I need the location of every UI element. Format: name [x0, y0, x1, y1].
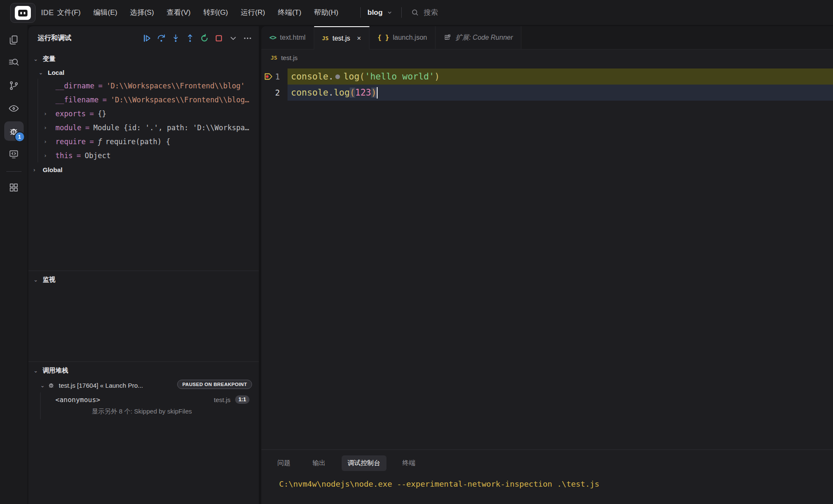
debug-step-out-button[interactable] — [185, 33, 195, 44]
debug-console-command: C:\nvm4w\nodejs\node.exe --experimental-… — [279, 479, 599, 488]
activity-preview-button[interactable] — [4, 99, 24, 118]
code-token: ( — [350, 88, 355, 98]
variable-row[interactable]: __dirname='D:\\Workspaces\\Frontend\\blo… — [28, 79, 259, 93]
variable-row[interactable]: ›module=Module {id: '.', path: 'D:\\Work… — [28, 121, 259, 134]
menu-item-5[interactable]: 运行(R) — [234, 8, 271, 17]
explorer-icon — [8, 34, 19, 46]
breadcrumb-file: test.js — [281, 54, 298, 61]
menu-item-7[interactable]: 帮助(H) — [308, 8, 345, 17]
code-token: ( — [359, 71, 365, 82]
editor-group: <>text.htmlJStest.js×{ }launch.json扩展: C… — [261, 26, 833, 504]
function-symbol: ƒ — [98, 137, 102, 146]
editor-tab-test.js[interactable]: JStest.js× — [314, 26, 370, 49]
equals-sign: = — [90, 137, 94, 146]
panel-tab-问题[interactable]: 问题 — [271, 455, 296, 471]
panel-tab-调试控制台[interactable]: 调试控制台 — [342, 455, 386, 471]
chevron-right-icon[interactable]: › — [44, 138, 46, 145]
menu-item-3[interactable]: 查看(V) — [160, 8, 197, 17]
titlebar-divider — [360, 7, 361, 18]
editor-tab-text.html[interactable]: <>text.html — [261, 26, 314, 49]
debug-more-button[interactable] — [242, 33, 253, 44]
menu-item-0[interactable]: 文件(F) — [51, 8, 87, 17]
code-token: 'hello world' — [365, 71, 434, 82]
variable-row[interactable]: ›require=ƒrequire(path) { — [28, 134, 259, 148]
variables-section-header[interactable]: ⌄ 变量 — [28, 52, 259, 65]
section-divider — [28, 271, 259, 271]
js-file-icon: JS — [322, 35, 329, 41]
line-number[interactable]: 1 — [261, 72, 280, 81]
preview-icon — [8, 103, 19, 114]
watch-section-header[interactable]: ⌄ 监视 — [28, 273, 259, 286]
activity-extensions-button[interactable] — [4, 178, 24, 197]
activity-debug-button[interactable]: 1 — [4, 121, 24, 141]
chevron-down-icon: ⌄ — [40, 382, 45, 389]
debug-step-over-button[interactable] — [156, 33, 167, 44]
activity-bar-items: 1 — [4, 30, 24, 200]
editor-tabstrip: <>text.htmlJStest.js×{ }launch.json扩展: C… — [261, 26, 833, 49]
menu-item-2[interactable]: 选择(S) — [123, 8, 160, 17]
app-logo-button[interactable] — [10, 3, 36, 23]
menu-item-4[interactable]: 转到(G) — [197, 8, 235, 17]
chevron-right-icon[interactable]: › — [44, 110, 46, 117]
debug-chevron-button[interactable] — [228, 33, 238, 44]
activity-live-preview-button[interactable] — [4, 144, 24, 164]
search-placeholder: 搜索 — [424, 8, 438, 17]
callstack-section-header[interactable]: ⌄ 调用堆栈 — [28, 364, 259, 377]
workspace-switcher[interactable]: blog — [367, 0, 392, 25]
scope-global[interactable]: › Global — [28, 163, 259, 176]
menu-bar-items: 文件(F)编辑(E)选择(S)查看(V)转到(G)运行(R)终端(T)帮助(H) — [51, 0, 345, 25]
chevron-down-icon: ⌄ — [33, 56, 38, 62]
close-icon[interactable]: × — [357, 35, 361, 42]
activity-explorer-button[interactable] — [4, 30, 24, 49]
chevron-right-icon[interactable]: › — [44, 152, 46, 159]
variable-row[interactable]: __filename='D:\\Workspaces\\Frontend\\bl… — [28, 93, 259, 107]
panel-divider — [261, 449, 833, 450]
panel-tab-终端[interactable]: 终端 — [397, 455, 422, 471]
callstack-session-row[interactable]: ⌄ test.js [17604] « Launch Pro... PAUSED… — [28, 378, 259, 392]
code-token: console — [291, 71, 329, 82]
editor-tab--Code-Runner[interactable]: 扩展: Code Runner — [436, 26, 521, 49]
global-search-input[interactable]: 搜索 — [411, 0, 438, 25]
debug-continue-button[interactable] — [142, 33, 152, 44]
activity-search-button[interactable] — [4, 53, 24, 72]
callstack-header-label: 调用堆栈 — [43, 367, 68, 375]
variable-row[interactable]: ›this=Object — [28, 148, 259, 162]
titlebar: IDE 文件(F)编辑(E)选择(S)查看(V)转到(G)运行(R)终端(T)帮… — [0, 0, 833, 25]
callstack-show-more-link[interactable]: 显示另外 8 个: Skipped by skipFiles — [92, 408, 192, 416]
breadcrumb[interactable]: JS test.js — [261, 49, 298, 66]
scope-local[interactable]: ⌄ Local — [28, 66, 259, 79]
extensions-icon — [8, 182, 19, 193]
debug-stop-button[interactable] — [214, 33, 224, 44]
chevron-right-icon[interactable]: › — [44, 124, 46, 131]
variable-name: __filename — [55, 96, 99, 104]
tab-label: launch.json — [393, 34, 427, 41]
line-number[interactable]: 2 — [261, 88, 280, 97]
code-line-2[interactable]: 2console.log(123) — [261, 85, 833, 101]
callstack-frame-row[interactable]: <anonymous> test.js 1:1 — [28, 392, 259, 407]
workspace-name: blog — [367, 8, 383, 17]
code-text: console.log('hello world') — [291, 71, 440, 82]
variable-value: {} — [98, 110, 106, 118]
search-icon — [411, 8, 419, 16]
activity-source-control-button[interactable] — [4, 76, 24, 95]
debug-restart-button[interactable] — [199, 33, 210, 44]
editor-tab-launch.json[interactable]: { }launch.json — [370, 26, 436, 49]
json-file-icon: { } — [378, 34, 389, 41]
titlebar-divider — [401, 7, 402, 18]
variable-row[interactable]: ›exports={} — [28, 107, 259, 121]
global-scope-label: Global — [43, 166, 63, 173]
html-file-icon: <> — [269, 34, 276, 41]
debug-step-into-button[interactable] — [170, 33, 181, 44]
inline-breakpoint-dot-icon — [335, 74, 340, 79]
menu-item-1[interactable]: 编辑(E) — [87, 8, 124, 17]
code-line-1[interactable]: 1console.log('hello world') — [261, 68, 833, 85]
watch-header-label: 监视 — [43, 276, 55, 284]
ide-window: IDE 文件(F)编辑(E)选择(S)查看(V)转到(G)运行(R)终端(T)帮… — [0, 0, 833, 504]
debug-toolbar — [142, 33, 253, 44]
debug-count-badge: 1 — [14, 131, 25, 142]
code-area[interactable]: 1console.log('hello world')2console.log(… — [261, 68, 833, 101]
menu-item-6[interactable]: 终端(T) — [271, 8, 308, 17]
tab-label: text.html — [280, 34, 305, 41]
equals-sign: = — [85, 123, 89, 132]
panel-tab-输出[interactable]: 输出 — [307, 455, 332, 471]
